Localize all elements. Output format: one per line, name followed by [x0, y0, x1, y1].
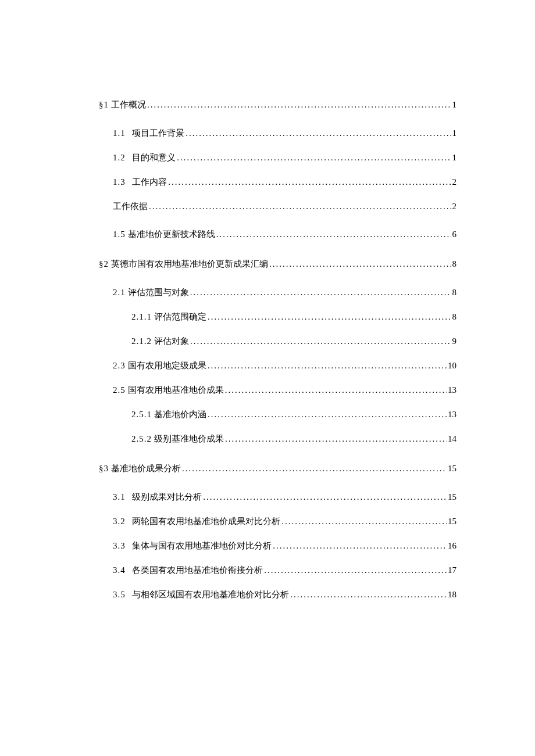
toc-leader-dots: [269, 258, 451, 270]
toc-number: 1.2: [113, 153, 126, 162]
toc-title: 两轮国有农用地基准地价成果对比分析: [132, 517, 280, 526]
toc-number: 3.3: [113, 541, 126, 550]
toc-number: §2: [99, 259, 109, 268]
toc-number: 2.5: [113, 385, 126, 395]
toc-leader-dots: [208, 360, 447, 372]
toc-page-number: 13: [448, 384, 456, 396]
toc-title: 目的和意义: [132, 153, 176, 162]
toc-number: 1.5: [113, 230, 126, 239]
toc-leader-dots: [290, 589, 447, 601]
toc-title: 评估对象: [154, 336, 189, 346]
toc-label: 2.3国有农用地定级成果: [113, 360, 206, 372]
toc-leader-dots: [264, 564, 447, 576]
toc-label: §1工作概况: [99, 99, 146, 111]
toc-page-number: 1: [452, 99, 457, 111]
toc-title: 与相邻区域国有农用地基准地价对比分析: [132, 590, 289, 599]
toc-leader-dots: [225, 384, 447, 396]
toc-entry: 2.5.2级别基准地价成果14: [131, 433, 456, 445]
toc-entry: 1.3 工作内容2: [113, 176, 456, 188]
toc-number: 2.1.1: [131, 312, 152, 321]
toc-page-number: 13: [448, 409, 456, 421]
toc-title: 国有农用地定级成果: [128, 361, 206, 370]
toc-label: 2.5.2级别基准地价成果: [131, 433, 224, 445]
toc-entry: 3.4 各类国有农用地基准地价衔接分析17: [113, 564, 456, 576]
toc-title: 各类国有农用地基准地价衔接分析: [132, 565, 263, 575]
toc-entry: §2英德市国有农用地基准地价更新成果汇编8: [99, 258, 456, 270]
toc-page-number: 8: [452, 258, 457, 270]
toc-title: 英德市国有农用地基准地价更新成果汇编: [111, 259, 268, 268]
toc-page-number: 18: [448, 589, 456, 601]
toc-title: 评估范围与对象: [128, 288, 189, 297]
toc-label: 工作依据: [113, 200, 148, 213]
toc-number: §3: [99, 464, 109, 473]
toc-page-number: 8: [452, 311, 457, 323]
toc-title: 基准地价内涵: [154, 410, 206, 419]
toc-page-number: 8: [452, 286, 457, 299]
toc-page-number: 1: [452, 152, 457, 164]
toc-number: 2.1: [113, 288, 126, 297]
toc-label: 1.5基准地价更新技术路线: [113, 228, 215, 241]
toc-leader-dots: [168, 176, 451, 188]
toc-page-number: 1: [452, 127, 457, 139]
toc-number: 3.1: [113, 492, 126, 501]
toc-title: 集体与国有农用地基准地价对比分析: [132, 541, 272, 550]
toc-entry: §1工作概况1: [99, 99, 456, 111]
toc-title: 工作依据: [113, 202, 148, 211]
toc-entry: 3.2 两轮国有农用地基准地价成果对比分析15: [113, 515, 456, 528]
toc-page-number: 10: [448, 360, 456, 372]
toc-entry: 3.1 级别成果对比分析15: [113, 491, 456, 503]
toc-number: 2.5.1: [131, 410, 152, 419]
table-of-contents: §1工作概况11.1 项目工作背景11.2 目的和意义11.3 工作内容2工作依…: [99, 99, 456, 601]
toc-entry: 2.5国有农用地基准地价成果13: [113, 384, 456, 396]
toc-entry: §3基准地价成果分析15: [99, 463, 456, 475]
toc-leader-dots: [208, 311, 451, 323]
toc-leader-dots: [177, 152, 451, 164]
toc-label: 2.1评估范围与对象: [113, 286, 189, 299]
toc-entry: 2.1.1评估范围确定8: [131, 311, 456, 323]
toc-title: 工作概况: [111, 100, 146, 109]
toc-leader-dots: [216, 228, 451, 241]
toc-label: 1.1 项目工作背景: [113, 127, 184, 139]
toc-title: 级别基准地价成果: [154, 434, 224, 443]
toc-number: 3.4: [113, 565, 126, 575]
toc-leader-dots: [225, 433, 447, 445]
toc-leader-dots: [190, 335, 451, 347]
toc-leader-dots: [203, 491, 447, 503]
toc-number: 3.5: [113, 590, 126, 599]
toc-number: 1.1: [113, 128, 126, 138]
toc-number: 1.3: [113, 177, 126, 187]
toc-label: §3基准地价成果分析: [99, 463, 181, 475]
toc-entry: 1.2 目的和意义1: [113, 152, 456, 164]
toc-title: 工作内容: [132, 177, 167, 187]
toc-number: §1: [99, 100, 109, 109]
toc-label: 3.4 各类国有农用地基准地价衔接分析: [113, 564, 263, 576]
toc-entry: 3.5 与相邻区域国有农用地基准地价对比分析18: [113, 589, 456, 601]
toc-leader-dots: [208, 409, 447, 421]
toc-title: 基准地价成果分析: [111, 464, 181, 473]
toc-number: 2.5.2: [131, 434, 152, 443]
toc-label: 3.1 级别成果对比分析: [113, 491, 202, 503]
toc-page-number: 15: [448, 463, 456, 475]
toc-page-number: 15: [448, 491, 456, 503]
toc-title: 基准地价更新技术路线: [128, 230, 215, 239]
toc-label: 2.5国有农用地基准地价成果: [113, 384, 224, 396]
toc-label: 1.2 目的和意义: [113, 152, 176, 164]
toc-page-number: 16: [448, 540, 456, 552]
toc-page-number: 14: [448, 433, 456, 445]
toc-label: 2.1.2评估对象: [131, 335, 189, 347]
toc-entry: 工作依据2: [113, 200, 456, 213]
toc-number: 2.3: [113, 361, 126, 370]
toc-entry: 2.1.2评估对象9: [131, 335, 456, 347]
toc-entry: 2.5.1基准地价内涵13: [131, 409, 456, 421]
toc-leader-dots: [190, 286, 451, 299]
toc-entry: 2.1评估范围与对象8: [113, 286, 456, 299]
toc-page-number: 17: [448, 564, 456, 576]
toc-entry: 1.5基准地价更新技术路线6: [113, 228, 456, 241]
toc-entry: 1.1 项目工作背景1: [113, 127, 456, 139]
toc-title: 级别成果对比分析: [132, 492, 202, 501]
toc-label: 1.3 工作内容: [113, 176, 167, 188]
toc-number: 3.2: [113, 517, 126, 526]
toc-title: 项目工作背景: [132, 128, 184, 138]
toc-label: §2英德市国有农用地基准地价更新成果汇编: [99, 258, 268, 270]
toc-label: 3.5 与相邻区域国有农用地基准地价对比分析: [113, 589, 289, 601]
